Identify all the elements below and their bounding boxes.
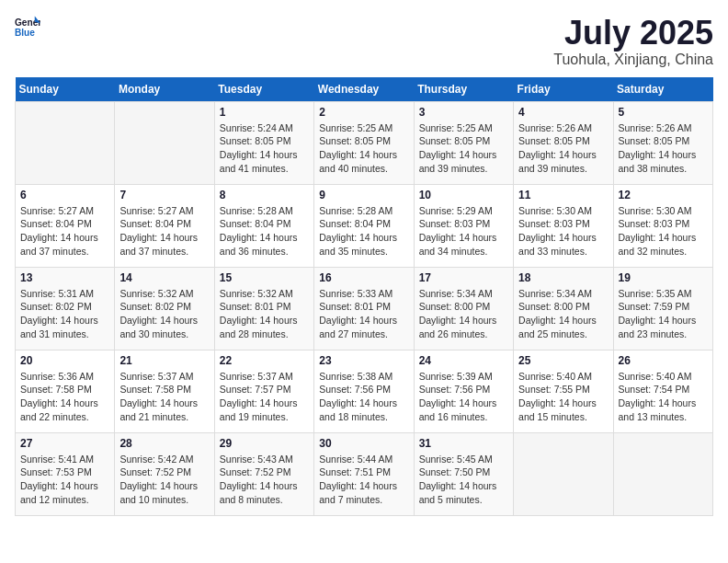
day-cell: 1Sunrise: 5:24 AMSunset: 8:05 PMDaylight…	[214, 101, 313, 184]
day-info: Sunrise: 5:39 AMSunset: 7:56 PMDaylight:…	[419, 370, 508, 424]
logo: General Blue	[15, 15, 40, 40]
day-info: Sunrise: 5:35 AMSunset: 7:59 PMDaylight:…	[619, 287, 708, 341]
day-cell: 25Sunrise: 5:40 AMSunset: 7:55 PMDayligh…	[514, 350, 613, 432]
day-number: 14	[119, 271, 209, 284]
day-info: Sunrise: 5:28 AMSunset: 8:04 PMDaylight:…	[319, 204, 408, 259]
day-number: 29	[220, 437, 309, 450]
weekday-header-row: SundayMondayTuesdayWednesdayThursdayFrid…	[16, 77, 713, 102]
day-number: 9	[319, 189, 408, 201]
day-cell: 30Sunrise: 5:44 AMSunset: 7:51 PMDayligh…	[314, 432, 414, 515]
title-block: July 2025 Tuohula, Xinjiang, China	[553, 15, 713, 68]
day-cell: 16Sunrise: 5:33 AMSunset: 8:01 PMDayligh…	[314, 267, 414, 350]
week-row-5: 27Sunrise: 5:41 AMSunset: 7:53 PMDayligh…	[16, 432, 713, 515]
day-number: 5	[619, 106, 708, 119]
day-info: Sunrise: 5:44 AMSunset: 7:51 PMDaylight:…	[319, 453, 408, 507]
day-number: 10	[419, 189, 508, 201]
day-number: 22	[220, 354, 309, 367]
day-cell: 23Sunrise: 5:38 AMSunset: 7:56 PMDayligh…	[314, 350, 414, 432]
day-info: Sunrise: 5:43 AMSunset: 7:52 PMDaylight:…	[220, 453, 309, 507]
day-cell: 18Sunrise: 5:34 AMSunset: 8:00 PMDayligh…	[514, 267, 613, 350]
day-cell: 7Sunrise: 5:27 AMSunset: 8:04 PMDaylight…	[115, 184, 214, 267]
day-number: 12	[619, 189, 708, 201]
day-cell: 8Sunrise: 5:28 AMSunset: 8:04 PMDaylight…	[214, 184, 313, 267]
day-number: 16	[319, 271, 408, 284]
day-info: Sunrise: 5:33 AMSunset: 8:01 PMDaylight:…	[319, 287, 408, 341]
day-cell: 2Sunrise: 5:25 AMSunset: 8:05 PMDaylight…	[314, 101, 414, 184]
day-cell: 9Sunrise: 5:28 AMSunset: 8:04 PMDaylight…	[314, 184, 414, 267]
day-info: Sunrise: 5:27 AMSunset: 8:04 PMDaylight:…	[20, 204, 109, 259]
day-cell: 15Sunrise: 5:32 AMSunset: 8:01 PMDayligh…	[214, 267, 313, 350]
weekday-header-thursday: Thursday	[414, 77, 513, 102]
day-cell: 26Sunrise: 5:40 AMSunset: 7:54 PMDayligh…	[613, 350, 712, 432]
day-number: 24	[419, 354, 508, 367]
day-info: Sunrise: 5:37 AMSunset: 7:58 PMDaylight:…	[119, 370, 209, 424]
day-cell: 4Sunrise: 5:26 AMSunset: 8:05 PMDaylight…	[514, 101, 613, 184]
day-number: 13	[20, 271, 109, 284]
day-cell	[115, 101, 214, 184]
day-cell: 13Sunrise: 5:31 AMSunset: 8:02 PMDayligh…	[16, 267, 115, 350]
day-number: 27	[20, 437, 109, 450]
day-cell: 19Sunrise: 5:35 AMSunset: 7:59 PMDayligh…	[613, 267, 712, 350]
page-header: General Blue July 2025 Tuohula, Xinjiang…	[15, 15, 713, 68]
day-number: 25	[518, 354, 608, 367]
day-number: 20	[20, 354, 109, 367]
svg-text:Blue: Blue	[15, 28, 35, 38]
day-cell: 17Sunrise: 5:34 AMSunset: 8:00 PMDayligh…	[414, 267, 513, 350]
day-info: Sunrise: 5:28 AMSunset: 8:04 PMDaylight:…	[220, 204, 309, 259]
day-info: Sunrise: 5:41 AMSunset: 7:53 PMDaylight:…	[20, 453, 109, 507]
day-cell: 28Sunrise: 5:42 AMSunset: 7:52 PMDayligh…	[115, 432, 214, 515]
day-cell: 24Sunrise: 5:39 AMSunset: 7:56 PMDayligh…	[414, 350, 513, 432]
day-info: Sunrise: 5:32 AMSunset: 8:02 PMDaylight:…	[119, 287, 209, 341]
day-number: 31	[419, 437, 508, 450]
day-cell: 21Sunrise: 5:37 AMSunset: 7:58 PMDayligh…	[115, 350, 214, 432]
day-number: 6	[20, 189, 109, 201]
day-info: Sunrise: 5:40 AMSunset: 7:55 PMDaylight:…	[518, 370, 608, 424]
day-info: Sunrise: 5:30 AMSunset: 8:03 PMDaylight:…	[619, 204, 708, 259]
day-number: 21	[119, 354, 209, 367]
weekday-header-sunday: Sunday	[16, 77, 115, 102]
weekday-header-tuesday: Tuesday	[214, 77, 313, 102]
day-cell: 10Sunrise: 5:29 AMSunset: 8:03 PMDayligh…	[414, 184, 513, 267]
day-number: 19	[619, 271, 708, 284]
day-cell: 27Sunrise: 5:41 AMSunset: 7:53 PMDayligh…	[16, 432, 115, 515]
day-cell: 5Sunrise: 5:26 AMSunset: 8:05 PMDaylight…	[613, 101, 712, 184]
day-number: 23	[319, 354, 408, 367]
weekday-header-saturday: Saturday	[613, 77, 712, 102]
day-info: Sunrise: 5:29 AMSunset: 8:03 PMDaylight:…	[419, 204, 508, 259]
day-info: Sunrise: 5:25 AMSunset: 8:05 PMDaylight:…	[319, 121, 408, 176]
day-info: Sunrise: 5:25 AMSunset: 8:05 PMDaylight:…	[419, 121, 508, 176]
day-info: Sunrise: 5:38 AMSunset: 7:56 PMDaylight:…	[319, 370, 408, 424]
month-title: July 2025	[553, 15, 713, 52]
day-info: Sunrise: 5:26 AMSunset: 8:05 PMDaylight:…	[518, 121, 608, 176]
day-info: Sunrise: 5:31 AMSunset: 8:02 PMDaylight:…	[20, 287, 109, 341]
day-cell: 31Sunrise: 5:45 AMSunset: 7:50 PMDayligh…	[414, 432, 513, 515]
day-number: 11	[518, 189, 608, 201]
day-number: 30	[319, 437, 408, 450]
day-info: Sunrise: 5:37 AMSunset: 7:57 PMDaylight:…	[220, 370, 309, 424]
location-title: Tuohula, Xinjiang, China	[553, 52, 713, 68]
day-cell: 12Sunrise: 5:30 AMSunset: 8:03 PMDayligh…	[613, 184, 712, 267]
day-cell	[613, 432, 712, 515]
day-number: 4	[518, 106, 608, 119]
calendar-table: SundayMondayTuesdayWednesdayThursdayFrid…	[15, 77, 713, 516]
day-info: Sunrise: 5:42 AMSunset: 7:52 PMDaylight:…	[119, 453, 209, 507]
day-number: 17	[419, 271, 508, 284]
day-cell	[514, 432, 613, 515]
day-cell: 3Sunrise: 5:25 AMSunset: 8:05 PMDaylight…	[414, 101, 513, 184]
day-cell: 22Sunrise: 5:37 AMSunset: 7:57 PMDayligh…	[214, 350, 313, 432]
weekday-header-monday: Monday	[115, 77, 214, 102]
day-info: Sunrise: 5:26 AMSunset: 8:05 PMDaylight:…	[619, 121, 708, 176]
day-number: 28	[119, 437, 209, 450]
day-number: 18	[518, 271, 608, 284]
day-number: 2	[319, 106, 408, 119]
day-info: Sunrise: 5:34 AMSunset: 8:00 PMDaylight:…	[419, 287, 508, 341]
day-cell: 14Sunrise: 5:32 AMSunset: 8:02 PMDayligh…	[115, 267, 214, 350]
week-row-4: 20Sunrise: 5:36 AMSunset: 7:58 PMDayligh…	[16, 350, 713, 432]
day-info: Sunrise: 5:34 AMSunset: 8:00 PMDaylight:…	[518, 287, 608, 341]
day-info: Sunrise: 5:24 AMSunset: 8:05 PMDaylight:…	[220, 121, 309, 176]
weekday-header-friday: Friday	[514, 77, 613, 102]
generalblue-logo-icon: General Blue	[15, 15, 40, 40]
day-info: Sunrise: 5:27 AMSunset: 8:04 PMDaylight:…	[119, 204, 209, 259]
day-number: 15	[220, 271, 309, 284]
day-number: 8	[220, 189, 309, 201]
